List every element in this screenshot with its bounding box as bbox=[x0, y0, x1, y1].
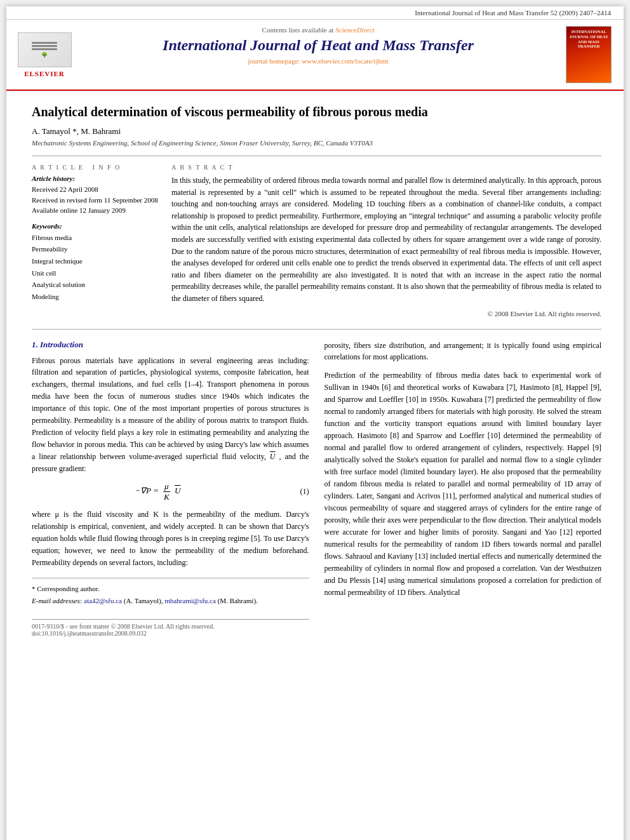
page: International Journal of Heat and Mass T… bbox=[6, 6, 624, 840]
article-history-heading: Article history: bbox=[32, 175, 159, 182]
sciencedirect-line: Contents lists available at ScienceDirec… bbox=[87, 26, 549, 34]
intro-col2-p1: porosity, fibers size distribution, and … bbox=[325, 340, 602, 364]
eq1-denominator: K bbox=[163, 492, 171, 502]
abstract-column: A B S T R A C T In this study, the perme… bbox=[171, 164, 601, 317]
equation-1-content: −∇P = μ K U bbox=[32, 481, 284, 502]
logo-decoration bbox=[32, 42, 57, 50]
journal-cover-area: INTERNATIONAL JOURNAL OF HEAT AND MASS T… bbox=[563, 26, 614, 83]
affiliation: Mechatronic Systems Engineering, School … bbox=[32, 139, 601, 147]
abstract-label: A B S T R A C T bbox=[171, 164, 601, 171]
article-info-column: A R T I C L E I N F O Article history: R… bbox=[32, 164, 159, 317]
keywords-heading: Keywords: bbox=[32, 222, 159, 230]
elsevier-logo-image: 🌳 bbox=[18, 32, 72, 67]
intro-paragraph-3: where μ is the fluid viscosity and K is … bbox=[32, 509, 309, 569]
footnotes: * Corresponding author. E-mail addresses… bbox=[32, 578, 309, 606]
keyword-4: Unit cell bbox=[32, 267, 159, 279]
eq1-U: U bbox=[175, 486, 180, 496]
contents-label: Contents lists available at bbox=[262, 26, 334, 34]
keyword-6: Modeling bbox=[32, 291, 159, 303]
overline-U: U bbox=[270, 452, 276, 461]
article-history-block: Article history: Received 22 April 2008 … bbox=[32, 175, 159, 216]
keyword-3: Integral technique bbox=[32, 255, 159, 267]
elsevier-wordmark: ELSEVIER bbox=[24, 70, 65, 77]
journal-cover-image: INTERNATIONAL JOURNAL OF HEAT AND MASS T… bbox=[566, 26, 612, 83]
intro-col2-p2: Prediction of the permeability of fibrou… bbox=[325, 370, 602, 598]
introduction-heading: 1. Introduction bbox=[32, 340, 309, 350]
corresponding-footnote: * Corresponding author. bbox=[32, 583, 309, 594]
eq1-numerator: μ bbox=[163, 481, 170, 492]
keyword-5: Analytical solution bbox=[32, 279, 159, 291]
email-bahrami[interactable]: mbahrami@sfu.ca bbox=[164, 597, 216, 604]
body-left-col: 1. Introduction Fibrous porous materials… bbox=[32, 340, 309, 637]
article-info-abstract-section: A R T I C L E I N F O Article history: R… bbox=[32, 156, 601, 317]
article-info-label: A R T I C L E I N F O bbox=[32, 164, 159, 171]
citation-text: International Journal of Heat and Mass T… bbox=[415, 9, 611, 17]
intro-p1-text: Fibrous porous materials have applicatio… bbox=[32, 356, 309, 462]
section-divider bbox=[32, 329, 601, 330]
logo-line-1 bbox=[32, 42, 57, 44]
article-title: Analytical determination of viscous perm… bbox=[32, 103, 601, 120]
authors: A. Tamayol *, M. Bahrami bbox=[32, 126, 601, 137]
journal-header: 🌳 ELSEVIER Contents lists available at S… bbox=[6, 20, 624, 91]
journal-homepage: journal homepage: www.elsevier.com/locat… bbox=[87, 57, 549, 65]
email-tamayol-name: (A. Tamayol), bbox=[124, 597, 164, 604]
keywords-block: Keywords: Fibrous media Permeability Int… bbox=[32, 222, 159, 303]
email-tamayol[interactable]: ata42@sfu.ca bbox=[84, 597, 122, 604]
keyword-2: Permeability bbox=[32, 243, 159, 255]
footer-bar: 0017-9310/$ - see front matter © 2008 El… bbox=[32, 619, 309, 637]
eq1-lhs: −∇P = bbox=[135, 486, 161, 496]
logo-line-2 bbox=[32, 45, 57, 47]
issn-line: 0017-9310/$ - see front matter © 2008 El… bbox=[32, 623, 309, 630]
received-date: Received 22 April 2008 bbox=[32, 184, 159, 195]
email-footnote: E-mail addresses: ata42@sfu.ca (A. Tamay… bbox=[32, 596, 309, 606]
equation-1-block: −∇P = μ K U (1) bbox=[32, 481, 309, 502]
doi-line: doi:10.1016/j.ijheatmasstransfer.2008.09… bbox=[32, 630, 309, 637]
copyright: © 2008 Elsevier Ltd. All rights reserved… bbox=[171, 310, 601, 317]
journal-title: International Journal of Heat and Mass T… bbox=[87, 36, 549, 55]
journal-homepage-link[interactable]: journal homepage: www.elsevier.com/locat… bbox=[248, 57, 389, 65]
cover-journal-title: INTERNATIONAL JOURNAL OF HEAT AND MASS T… bbox=[569, 29, 608, 49]
elsevier-logo-area: 🌳 ELSEVIER bbox=[16, 26, 73, 83]
journal-title-area: Contents lists available at ScienceDirec… bbox=[81, 26, 556, 83]
article-content: Analytical determination of viscous perm… bbox=[6, 91, 624, 650]
body-two-col: 1. Introduction Fibrous porous materials… bbox=[32, 340, 601, 637]
email-label: E-mail addresses: bbox=[32, 597, 84, 604]
top-citation-bar: International Journal of Heat and Mass T… bbox=[6, 6, 624, 20]
email-bahrami-name: (M. Bahrami). bbox=[218, 597, 258, 604]
logo-tree-symbol: 🌳 bbox=[41, 52, 48, 58]
body-right-col: porosity, fibers size distribution, and … bbox=[325, 340, 602, 637]
equation-number-1: (1) bbox=[290, 487, 309, 497]
abstract-text: In this study, the permeability of order… bbox=[171, 175, 601, 305]
intro-paragraph-1: Fibrous porous materials have applicatio… bbox=[32, 355, 309, 476]
eq1-fraction: μ K bbox=[163, 481, 171, 502]
available-date: Available online 12 January 2009 bbox=[32, 205, 159, 216]
sciencedirect-link[interactable]: ScienceDirect bbox=[335, 26, 374, 34]
logo-line-3 bbox=[32, 48, 57, 50]
keyword-1: Fibrous media bbox=[32, 232, 159, 244]
revised-date: Received in revised form 11 September 20… bbox=[32, 195, 159, 206]
